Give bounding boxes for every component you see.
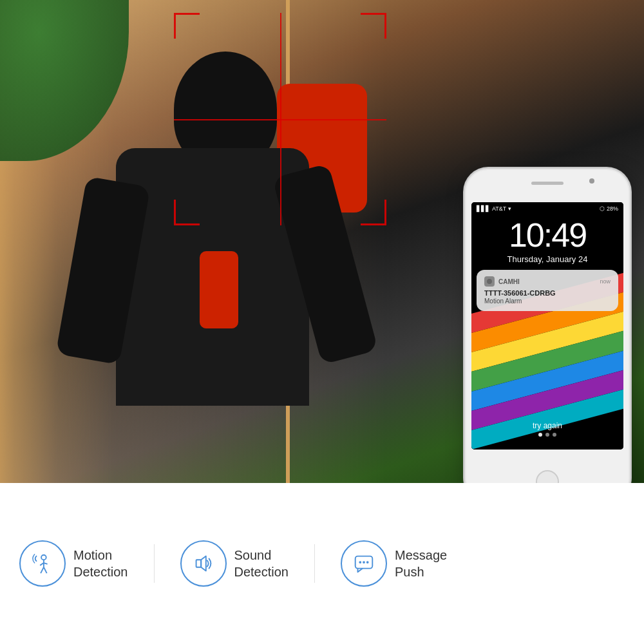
svg-line-4	[44, 567, 47, 574]
motion-detection-icon-circle	[19, 540, 66, 587]
message-push-icon-circle	[341, 540, 387, 587]
dot-2	[545, 433, 549, 437]
message-push-icon	[352, 551, 376, 576]
motion-detection-icon	[30, 551, 55, 576]
phone-camera	[589, 178, 594, 184]
camhi-icon	[486, 278, 493, 285]
page-dots	[471, 433, 623, 437]
notif-app-icon	[484, 276, 495, 287]
notification-banner: CAMHI now TTTT-356061-CDRBG Motion Alarm	[477, 270, 618, 311]
phone-body: ▋▋▋ AT&T ▾ ⬡ 28% 10:49 Thursday, January…	[464, 167, 631, 483]
status-right: ⬡ 28%	[600, 205, 618, 212]
notif-app-name: CAMHI	[498, 278, 520, 285]
notif-timestamp: now	[600, 278, 611, 285]
clock-time: 10:49	[471, 218, 623, 252]
divider-2	[314, 544, 315, 583]
clock-date: Thursday, January 24	[471, 254, 623, 264]
signal-bars: ▋▋▋	[477, 205, 490, 212]
svg-point-1	[41, 555, 46, 560]
phone-mockup: ▋▋▋ AT&T ▾ ⬡ 28% 10:49 Thursday, January…	[464, 167, 631, 483]
notif-header: CAMHI now	[484, 276, 611, 287]
corner-br	[361, 200, 386, 225]
phone-speaker	[531, 182, 564, 185]
svg-point-11	[363, 561, 365, 564]
feature-sound-detection: Sound Detection	[180, 540, 289, 587]
feature-message-push: Message Push	[341, 540, 447, 587]
svg-marker-8	[201, 556, 206, 571]
divider-1	[154, 544, 155, 583]
sound-detection-icon-circle	[180, 540, 227, 587]
sound-detection-icon	[191, 551, 216, 576]
phone-screen: ▋▋▋ AT&T ▾ ⬡ 28% 10:49 Thursday, January…	[471, 202, 623, 450]
target-box	[174, 13, 386, 225]
svg-rect-7	[196, 560, 201, 567]
camera-scene: ▋▋▋ AT&T ▾ ⬡ 28% 10:49 Thursday, January…	[0, 0, 644, 483]
try-again-text: try again	[471, 421, 623, 430]
svg-line-3	[41, 567, 44, 574]
notif-title: TTTT-356061-CDRBG	[484, 289, 611, 297]
features-section: Motion Detection Sound Detection	[0, 483, 644, 644]
battery-icon: ⬡	[600, 205, 605, 212]
status-left: ▋▋▋ AT&T ▾	[477, 205, 511, 212]
corner-bl	[174, 200, 200, 225]
svg-point-10	[359, 561, 361, 564]
figure-red-accent	[200, 251, 238, 328]
sound-detection-label: Sound Detection	[234, 547, 289, 580]
clock-display: 10:49 Thursday, January 24	[471, 218, 623, 264]
page-container: ▋▋▋ AT&T ▾ ⬡ 28% 10:49 Thursday, January…	[0, 0, 644, 644]
phone-side-button	[630, 246, 631, 281]
home-button[interactable]	[536, 470, 559, 483]
notif-body: Motion Alarm	[484, 298, 611, 305]
corner-tr	[361, 13, 386, 39]
crosshair-vertical	[280, 13, 281, 225]
dot-3	[553, 433, 556, 437]
wifi-icon: ▾	[508, 205, 511, 212]
feature-motion-detection: Motion Detection	[19, 540, 128, 587]
svg-point-12	[366, 561, 369, 564]
svg-point-0	[487, 279, 492, 284]
notif-app-row: CAMHI	[484, 276, 520, 287]
carrier-name: AT&T	[492, 205, 506, 212]
battery-percent: 28%	[607, 205, 618, 212]
dot-1	[538, 433, 542, 437]
motion-detection-label: Motion Detection	[73, 547, 128, 580]
corner-tl	[174, 13, 200, 39]
message-push-label: Message Push	[395, 547, 447, 580]
phone-status-bar: ▋▋▋ AT&T ▾ ⬡ 28%	[471, 202, 623, 215]
